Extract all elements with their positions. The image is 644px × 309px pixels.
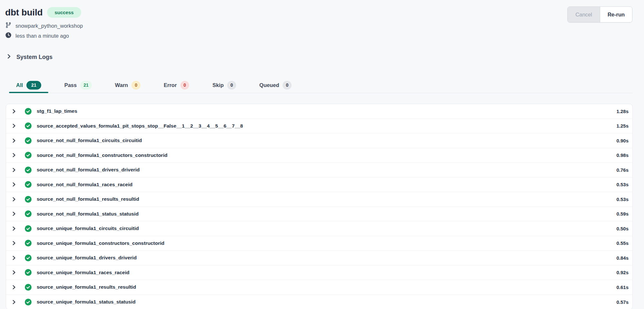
result-row[interactable]: source_not_null_formula1_drivers_driveri…	[6, 163, 632, 178]
chevron-right-icon[interactable]	[11, 300, 17, 304]
title-row: dbt build success	[5, 7, 83, 18]
tab-queued[interactable]: Queued 0	[252, 77, 299, 93]
chevron-right-icon[interactable]	[11, 256, 17, 260]
result-time: 0.92s	[616, 270, 629, 275]
result-row[interactable]: source_unique_formula1_constructors_cons…	[6, 236, 632, 251]
result-row[interactable]: source_not_null_formula1_circuits_circui…	[6, 133, 632, 148]
run-header: dbt build success snowpark_python_worksh…	[0, 0, 644, 40]
system-logs-label: System Logs	[16, 54, 53, 61]
result-name: source_not_null_formula1_drivers_driveri…	[37, 167, 140, 173]
tab-label: Queued	[259, 82, 279, 88]
success-check-icon	[25, 196, 32, 203]
result-time: 0.53s	[616, 182, 629, 187]
chevron-right-icon[interactable]	[11, 197, 17, 202]
tab-all[interactable]: All 21	[9, 77, 48, 93]
result-name: source_not_null_formula1_races_raceid	[37, 182, 132, 188]
result-time: 0.90s	[616, 138, 629, 143]
result-row[interactable]: source_accepted_values_formula1_pit_stop…	[6, 119, 632, 134]
result-name: source_not_null_formula1_status_statusid	[37, 211, 139, 217]
success-check-icon	[25, 240, 32, 246]
result-row[interactable]: source_unique_formula1_circuits_circuiti…	[6, 221, 632, 236]
chevron-right-icon[interactable]	[11, 182, 17, 187]
chevron-right-icon[interactable]	[11, 109, 17, 114]
result-name: source_unique_formula1_drivers_driverid	[37, 255, 137, 261]
tab-label: Pass	[64, 82, 77, 88]
result-name: source_unique_formula1_races_raceid	[37, 270, 130, 275]
chevron-right-icon[interactable]	[11, 226, 17, 231]
chevron-right-icon[interactable]	[11, 153, 17, 158]
tab-label: Error	[164, 82, 177, 88]
tab-count-badge: 0	[283, 81, 292, 90]
cancel-button[interactable]: Cancel	[568, 7, 600, 22]
tab-error[interactable]: Error 0	[157, 77, 196, 93]
result-row[interactable]: source_unique_formula1_races_raceid 0.92…	[6, 266, 632, 280]
run-detail-page: dbt build success snowpark_python_worksh…	[0, 0, 644, 309]
result-time: 0.50s	[616, 226, 629, 231]
success-check-icon	[25, 122, 32, 129]
run-time-ago: less than a minute ago	[15, 33, 69, 39]
result-time: 1.28s	[616, 109, 629, 114]
success-check-icon	[25, 181, 32, 188]
success-check-icon	[25, 299, 32, 305]
result-row[interactable]: source_not_null_formula1_status_statusid…	[6, 207, 632, 222]
result-row[interactable]: source_unique_formula1_results_resultid …	[6, 280, 632, 295]
result-name: stg_f1_lap_times	[37, 108, 77, 114]
result-name: source_unique_formula1_constructors_cons…	[37, 240, 164, 246]
chevron-right-icon[interactable]	[11, 123, 17, 128]
run-actions: Cancel Re-run	[567, 6, 632, 23]
result-time: 0.98s	[616, 152, 629, 158]
result-time: 0.59s	[616, 211, 629, 217]
success-check-icon	[25, 269, 32, 276]
rerun-button[interactable]: Re-run	[600, 7, 632, 22]
success-check-icon	[25, 108, 32, 115]
tab-count-badge: 21	[26, 81, 41, 90]
result-time: 0.53s	[616, 197, 629, 202]
result-row[interactable]: source_unique_formula1_drivers_driverid …	[6, 251, 632, 266]
tab-skip[interactable]: Skip 0	[205, 77, 243, 93]
tab-count-badge: 0	[131, 81, 140, 90]
result-name: source_not_null_formula1_constructors_co…	[37, 152, 168, 158]
clock-icon	[5, 32, 12, 40]
result-time: 0.57s	[616, 299, 629, 305]
system-logs-toggle[interactable]: System Logs	[6, 54, 53, 61]
result-time: 1.25s	[616, 123, 629, 129]
chevron-right-icon[interactable]	[11, 168, 17, 172]
result-name: source_unique_formula1_status_statusid	[37, 299, 136, 305]
branch-name: snowpark_python_workshop	[15, 23, 83, 29]
result-row[interactable]: source_not_null_formula1_constructors_co…	[6, 148, 632, 163]
tab-count-badge: 0	[180, 81, 189, 90]
run-header-left: dbt build success snowpark_python_worksh…	[5, 7, 83, 40]
success-check-icon	[25, 210, 32, 217]
result-name: source_unique_formula1_circuits_circuiti…	[37, 226, 139, 231]
chevron-right-icon[interactable]	[11, 211, 17, 216]
success-check-icon	[25, 225, 32, 232]
result-tabs: All 21 Pass 21 Warn 0 Error 0 Skip 0 Que…	[9, 77, 633, 93]
page-title: dbt build	[5, 7, 43, 18]
result-row[interactable]: source_unique_formula1_status_statusid 0…	[6, 295, 632, 309]
run-meta: snowpark_python_workshop less than a min…	[5, 22, 83, 40]
tab-warn[interactable]: Warn 0	[108, 77, 148, 93]
success-check-icon	[25, 137, 32, 144]
result-time: 0.61s	[616, 285, 629, 290]
result-row[interactable]: source_not_null_formula1_results_resulti…	[6, 192, 632, 207]
result-name: source_not_null_formula1_results_resulti…	[37, 196, 139, 202]
result-name: source_not_null_formula1_circuits_circui…	[37, 138, 142, 143]
tab-label: Skip	[212, 82, 224, 88]
tab-pass[interactable]: Pass 21	[57, 77, 99, 93]
result-row[interactable]: stg_f1_lap_times 1.28s	[6, 104, 632, 119]
chevron-right-icon[interactable]	[11, 270, 17, 275]
result-name: source_unique_formula1_results_resultid	[37, 284, 136, 290]
tab-count-badge: 0	[227, 81, 236, 90]
results-list: stg_f1_lap_times 1.28s source_accepted_v…	[6, 104, 633, 309]
chevron-right-icon[interactable]	[11, 285, 17, 290]
result-row[interactable]: source_not_null_formula1_races_raceid 0.…	[6, 178, 632, 192]
success-check-icon	[25, 284, 32, 291]
branch-row: snowpark_python_workshop	[5, 22, 83, 30]
result-name: source_accepted_values_formula1_pit_stop…	[37, 123, 243, 129]
tab-label: All	[16, 82, 23, 88]
result-time: 0.76s	[616, 167, 629, 173]
chevron-right-icon	[6, 54, 12, 61]
chevron-right-icon[interactable]	[11, 138, 17, 143]
chevron-right-icon[interactable]	[11, 241, 17, 246]
time-row: less than a minute ago	[5, 32, 83, 40]
